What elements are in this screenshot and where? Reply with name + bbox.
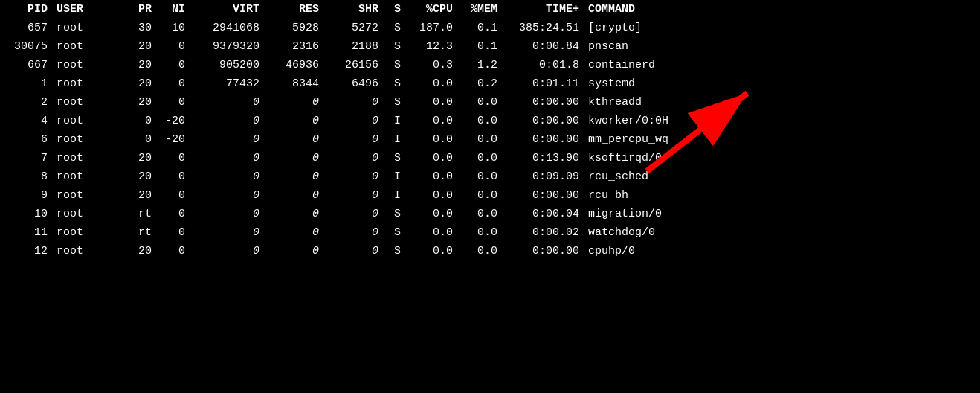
cell: rt xyxy=(119,223,156,242)
cell: I xyxy=(383,112,405,130)
cell: -20 xyxy=(156,130,190,149)
cell: rt xyxy=(119,205,156,223)
cell: 0 xyxy=(156,37,190,56)
col-s: S xyxy=(383,0,405,19)
cell: 0 xyxy=(264,167,323,186)
cell: root xyxy=(52,242,119,261)
cell: 0 xyxy=(264,205,323,223)
cell: 0:09.09 xyxy=(502,167,584,186)
cell: S xyxy=(383,223,405,242)
cell: 0.0 xyxy=(405,112,457,130)
cell: 0.3 xyxy=(405,56,457,74)
cell: mm_percpu_wq xyxy=(584,130,980,149)
cell: root xyxy=(52,167,119,186)
table-row: 657root3010294106859285272S187.00.1385:2… xyxy=(0,19,980,37)
cell: 9 xyxy=(0,186,52,205)
cell: 0 xyxy=(264,130,323,149)
cell: 20 xyxy=(119,242,156,261)
cell: 6 xyxy=(0,130,52,149)
cell: 0.0 xyxy=(405,93,457,112)
cell: cpuhp/0 xyxy=(584,242,980,261)
table-row: 8root200000I0.00.00:09.09rcu_sched xyxy=(0,167,980,186)
cell: 0 xyxy=(156,242,190,261)
cell: 2941068 xyxy=(190,19,264,37)
cell: I xyxy=(383,167,405,186)
cell: 0 xyxy=(156,56,190,74)
cell: kthreadd xyxy=(584,93,980,112)
cell: 0 xyxy=(323,223,383,242)
cell: 30075 xyxy=(0,37,52,56)
cell: 1 xyxy=(0,74,52,93)
cell: S xyxy=(383,242,405,261)
cell: 0 xyxy=(190,242,264,261)
cell: I xyxy=(383,186,405,205)
cell: 2188 xyxy=(323,37,383,56)
cell: 8344 xyxy=(264,74,323,93)
table-row: 7root200000S0.00.00:13.90ksoftirqd/0 xyxy=(0,149,980,167)
cell: 1.2 xyxy=(457,56,502,74)
cell: 0:01.8 xyxy=(502,56,584,74)
cell: 905200 xyxy=(190,56,264,74)
cell: 657 xyxy=(0,19,52,37)
cell: S xyxy=(383,149,405,167)
cell: 0.1 xyxy=(457,37,502,56)
col-user: USER xyxy=(52,0,119,19)
cell: 20 xyxy=(119,149,156,167)
table-row: 11rootrt0000S0.00.00:00.02watchdog/0 xyxy=(0,223,980,242)
cell: 20 xyxy=(119,186,156,205)
cell: 0:00.84 xyxy=(502,37,584,56)
cell: 0.0 xyxy=(457,167,502,186)
cell: 12 xyxy=(0,242,52,261)
cell: 0 xyxy=(323,93,383,112)
cell: 77432 xyxy=(190,74,264,93)
cell: root xyxy=(52,149,119,167)
cell: root xyxy=(52,130,119,149)
cell: 0 xyxy=(264,242,323,261)
cell: 4 xyxy=(0,112,52,130)
table-row: 1root2007743283446496S0.00.20:01.11syste… xyxy=(0,74,980,93)
cell: 0:01.11 xyxy=(502,74,584,93)
cell: 20 xyxy=(119,74,156,93)
cell: systemd xyxy=(584,74,980,93)
cell: 0 xyxy=(190,205,264,223)
cell: 10 xyxy=(156,19,190,37)
cell: 0 xyxy=(190,167,264,186)
col-cpu: %CPU xyxy=(405,0,457,19)
cell: 0 xyxy=(323,149,383,167)
cell: 0.0 xyxy=(457,112,502,130)
cell: 0.0 xyxy=(405,186,457,205)
cell: 26156 xyxy=(323,56,383,74)
table-row: 30075root200937932023162188S12.30.10:00.… xyxy=(0,37,980,56)
cell: 0:00.02 xyxy=(502,223,584,242)
cell: 0.0 xyxy=(405,223,457,242)
cell: 5272 xyxy=(323,19,383,37)
cell: 0 xyxy=(119,130,156,149)
cell: 0.0 xyxy=(405,167,457,186)
cell: 0 xyxy=(190,186,264,205)
cell: 0 xyxy=(264,149,323,167)
cell: 0.0 xyxy=(405,242,457,261)
cell: 0 xyxy=(190,93,264,112)
cell: 2316 xyxy=(264,37,323,56)
col-mem: %MEM xyxy=(457,0,502,19)
table-row: 10rootrt0000S0.00.00:00.04migration/0 xyxy=(0,205,980,223)
cell: S xyxy=(383,19,405,37)
cell: 667 xyxy=(0,56,52,74)
cell: root xyxy=(52,19,119,37)
cell: rcu_sched xyxy=(584,167,980,186)
table-row: 9root200000I0.00.00:00.00rcu_bh xyxy=(0,186,980,205)
cell: 0 xyxy=(264,93,323,112)
cell: 0 xyxy=(323,186,383,205)
table-row: 667root2009052004693626156S0.31.20:01.8c… xyxy=(0,56,980,74)
col-virt: VIRT xyxy=(190,0,264,19)
cell: 0 xyxy=(264,223,323,242)
cell: root xyxy=(52,205,119,223)
cell: 20 xyxy=(119,93,156,112)
cell: 0.2 xyxy=(457,74,502,93)
cell: S xyxy=(383,93,405,112)
col-command: COMMAND xyxy=(584,0,980,19)
cell: 0.0 xyxy=(457,93,502,112)
cell: -20 xyxy=(156,112,190,130)
cell: 0:00.00 xyxy=(502,186,584,205)
cell: 0 xyxy=(156,149,190,167)
